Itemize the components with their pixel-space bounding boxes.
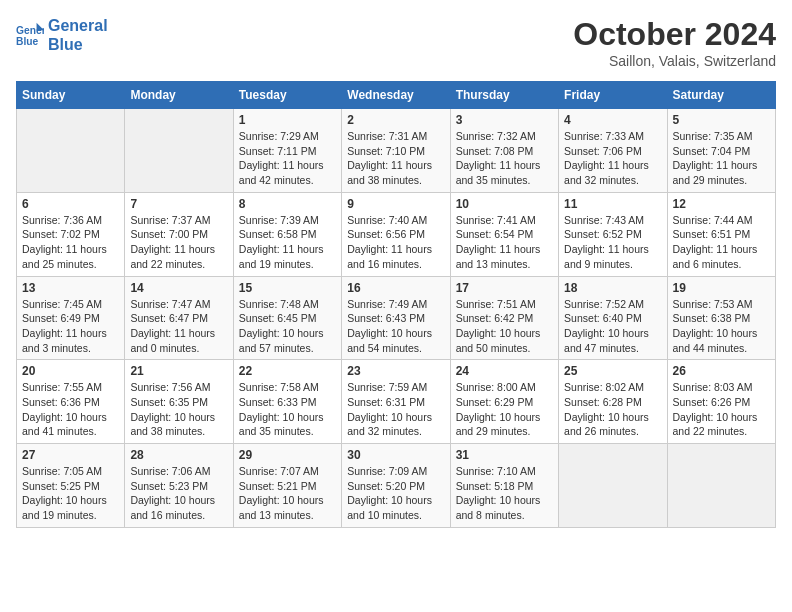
day-info: Sunrise: 7:32 AM Sunset: 7:08 PM Dayligh… xyxy=(456,129,553,188)
calendar-cell: 29 Sunrise: 7:07 AM Sunset: 5:21 PM Dayl… xyxy=(233,444,341,528)
week-row-3: 13 Sunrise: 7:45 AM Sunset: 6:49 PM Dayl… xyxy=(17,276,776,360)
calendar-cell: 14 Sunrise: 7:47 AM Sunset: 6:47 PM Dayl… xyxy=(125,276,233,360)
day-info: Sunrise: 7:09 AM Sunset: 5:20 PM Dayligh… xyxy=(347,464,444,523)
page-header: General Blue General Blue October 2024 S… xyxy=(16,16,776,69)
calendar-cell: 18 Sunrise: 7:52 AM Sunset: 6:40 PM Dayl… xyxy=(559,276,667,360)
day-info: Sunrise: 7:36 AM Sunset: 7:02 PM Dayligh… xyxy=(22,213,119,272)
location: Saillon, Valais, Switzerland xyxy=(573,53,776,69)
calendar-cell: 9 Sunrise: 7:40 AM Sunset: 6:56 PM Dayli… xyxy=(342,192,450,276)
day-info: Sunrise: 7:48 AM Sunset: 6:45 PM Dayligh… xyxy=(239,297,336,356)
day-info: Sunrise: 7:06 AM Sunset: 5:23 PM Dayligh… xyxy=(130,464,227,523)
day-number: 25 xyxy=(564,364,661,378)
day-info: Sunrise: 7:41 AM Sunset: 6:54 PM Dayligh… xyxy=(456,213,553,272)
day-info: Sunrise: 7:45 AM Sunset: 6:49 PM Dayligh… xyxy=(22,297,119,356)
day-number: 11 xyxy=(564,197,661,211)
calendar-cell: 6 Sunrise: 7:36 AM Sunset: 7:02 PM Dayli… xyxy=(17,192,125,276)
day-info: Sunrise: 7:49 AM Sunset: 6:43 PM Dayligh… xyxy=(347,297,444,356)
day-info: Sunrise: 7:55 AM Sunset: 6:36 PM Dayligh… xyxy=(22,380,119,439)
week-row-5: 27 Sunrise: 7:05 AM Sunset: 5:25 PM Dayl… xyxy=(17,444,776,528)
calendar-cell: 7 Sunrise: 7:37 AM Sunset: 7:00 PM Dayli… xyxy=(125,192,233,276)
calendar-cell: 11 Sunrise: 7:43 AM Sunset: 6:52 PM Dayl… xyxy=(559,192,667,276)
logo-icon: General Blue xyxy=(16,21,44,49)
calendar-cell: 30 Sunrise: 7:09 AM Sunset: 5:20 PM Dayl… xyxy=(342,444,450,528)
calendar-cell: 4 Sunrise: 7:33 AM Sunset: 7:06 PM Dayli… xyxy=(559,109,667,193)
week-row-2: 6 Sunrise: 7:36 AM Sunset: 7:02 PM Dayli… xyxy=(17,192,776,276)
calendar-table: SundayMondayTuesdayWednesdayThursdayFrid… xyxy=(16,81,776,528)
calendar-cell: 24 Sunrise: 8:00 AM Sunset: 6:29 PM Dayl… xyxy=(450,360,558,444)
weekday-header-wednesday: Wednesday xyxy=(342,82,450,109)
day-number: 23 xyxy=(347,364,444,378)
logo-line1: General xyxy=(48,16,108,35)
day-info: Sunrise: 7:33 AM Sunset: 7:06 PM Dayligh… xyxy=(564,129,661,188)
day-number: 1 xyxy=(239,113,336,127)
day-number: 24 xyxy=(456,364,553,378)
weekday-header-tuesday: Tuesday xyxy=(233,82,341,109)
day-info: Sunrise: 8:00 AM Sunset: 6:29 PM Dayligh… xyxy=(456,380,553,439)
day-info: Sunrise: 7:37 AM Sunset: 7:00 PM Dayligh… xyxy=(130,213,227,272)
calendar-cell: 21 Sunrise: 7:56 AM Sunset: 6:35 PM Dayl… xyxy=(125,360,233,444)
day-info: Sunrise: 7:58 AM Sunset: 6:33 PM Dayligh… xyxy=(239,380,336,439)
calendar-cell: 16 Sunrise: 7:49 AM Sunset: 6:43 PM Dayl… xyxy=(342,276,450,360)
day-number: 13 xyxy=(22,281,119,295)
day-number: 14 xyxy=(130,281,227,295)
week-row-4: 20 Sunrise: 7:55 AM Sunset: 6:36 PM Dayl… xyxy=(17,360,776,444)
weekday-header-thursday: Thursday xyxy=(450,82,558,109)
calendar-cell: 5 Sunrise: 7:35 AM Sunset: 7:04 PM Dayli… xyxy=(667,109,775,193)
calendar-cell xyxy=(559,444,667,528)
calendar-cell: 8 Sunrise: 7:39 AM Sunset: 6:58 PM Dayli… xyxy=(233,192,341,276)
day-info: Sunrise: 7:31 AM Sunset: 7:10 PM Dayligh… xyxy=(347,129,444,188)
calendar-cell: 25 Sunrise: 8:02 AM Sunset: 6:28 PM Dayl… xyxy=(559,360,667,444)
calendar-cell: 17 Sunrise: 7:51 AM Sunset: 6:42 PM Dayl… xyxy=(450,276,558,360)
day-number: 3 xyxy=(456,113,553,127)
day-info: Sunrise: 7:35 AM Sunset: 7:04 PM Dayligh… xyxy=(673,129,770,188)
weekday-header-saturday: Saturday xyxy=(667,82,775,109)
calendar-cell: 28 Sunrise: 7:06 AM Sunset: 5:23 PM Dayl… xyxy=(125,444,233,528)
day-info: Sunrise: 7:05 AM Sunset: 5:25 PM Dayligh… xyxy=(22,464,119,523)
day-number: 21 xyxy=(130,364,227,378)
day-number: 20 xyxy=(22,364,119,378)
calendar-cell xyxy=(125,109,233,193)
calendar-cell: 2 Sunrise: 7:31 AM Sunset: 7:10 PM Dayli… xyxy=(342,109,450,193)
day-info: Sunrise: 7:51 AM Sunset: 6:42 PM Dayligh… xyxy=(456,297,553,356)
day-info: Sunrise: 7:47 AM Sunset: 6:47 PM Dayligh… xyxy=(130,297,227,356)
day-number: 17 xyxy=(456,281,553,295)
calendar-cell: 3 Sunrise: 7:32 AM Sunset: 7:08 PM Dayli… xyxy=(450,109,558,193)
svg-text:Blue: Blue xyxy=(16,36,39,47)
calendar-cell: 10 Sunrise: 7:41 AM Sunset: 6:54 PM Dayl… xyxy=(450,192,558,276)
weekday-header-sunday: Sunday xyxy=(17,82,125,109)
calendar-cell: 22 Sunrise: 7:58 AM Sunset: 6:33 PM Dayl… xyxy=(233,360,341,444)
day-info: Sunrise: 7:40 AM Sunset: 6:56 PM Dayligh… xyxy=(347,213,444,272)
month-title: October 2024 xyxy=(573,16,776,53)
calendar-cell: 20 Sunrise: 7:55 AM Sunset: 6:36 PM Dayl… xyxy=(17,360,125,444)
calendar-cell: 15 Sunrise: 7:48 AM Sunset: 6:45 PM Dayl… xyxy=(233,276,341,360)
day-number: 31 xyxy=(456,448,553,462)
day-info: Sunrise: 7:43 AM Sunset: 6:52 PM Dayligh… xyxy=(564,213,661,272)
day-info: Sunrise: 7:52 AM Sunset: 6:40 PM Dayligh… xyxy=(564,297,661,356)
day-info: Sunrise: 7:07 AM Sunset: 5:21 PM Dayligh… xyxy=(239,464,336,523)
day-info: Sunrise: 7:39 AM Sunset: 6:58 PM Dayligh… xyxy=(239,213,336,272)
logo-line2: Blue xyxy=(48,35,108,54)
day-number: 10 xyxy=(456,197,553,211)
calendar-cell xyxy=(667,444,775,528)
day-info: Sunrise: 7:10 AM Sunset: 5:18 PM Dayligh… xyxy=(456,464,553,523)
weekday-header-row: SundayMondayTuesdayWednesdayThursdayFrid… xyxy=(17,82,776,109)
calendar-cell: 12 Sunrise: 7:44 AM Sunset: 6:51 PM Dayl… xyxy=(667,192,775,276)
day-number: 28 xyxy=(130,448,227,462)
day-info: Sunrise: 7:44 AM Sunset: 6:51 PM Dayligh… xyxy=(673,213,770,272)
day-number: 18 xyxy=(564,281,661,295)
calendar-cell: 13 Sunrise: 7:45 AM Sunset: 6:49 PM Dayl… xyxy=(17,276,125,360)
day-info: Sunrise: 8:02 AM Sunset: 6:28 PM Dayligh… xyxy=(564,380,661,439)
day-number: 12 xyxy=(673,197,770,211)
week-row-1: 1 Sunrise: 7:29 AM Sunset: 7:11 PM Dayli… xyxy=(17,109,776,193)
day-number: 5 xyxy=(673,113,770,127)
day-number: 16 xyxy=(347,281,444,295)
day-info: Sunrise: 7:59 AM Sunset: 6:31 PM Dayligh… xyxy=(347,380,444,439)
weekday-header-monday: Monday xyxy=(125,82,233,109)
calendar-cell: 23 Sunrise: 7:59 AM Sunset: 6:31 PM Dayl… xyxy=(342,360,450,444)
day-number: 6 xyxy=(22,197,119,211)
title-block: October 2024 Saillon, Valais, Switzerlan… xyxy=(573,16,776,69)
calendar-cell xyxy=(17,109,125,193)
calendar-cell: 27 Sunrise: 7:05 AM Sunset: 5:25 PM Dayl… xyxy=(17,444,125,528)
day-info: Sunrise: 7:56 AM Sunset: 6:35 PM Dayligh… xyxy=(130,380,227,439)
day-number: 4 xyxy=(564,113,661,127)
